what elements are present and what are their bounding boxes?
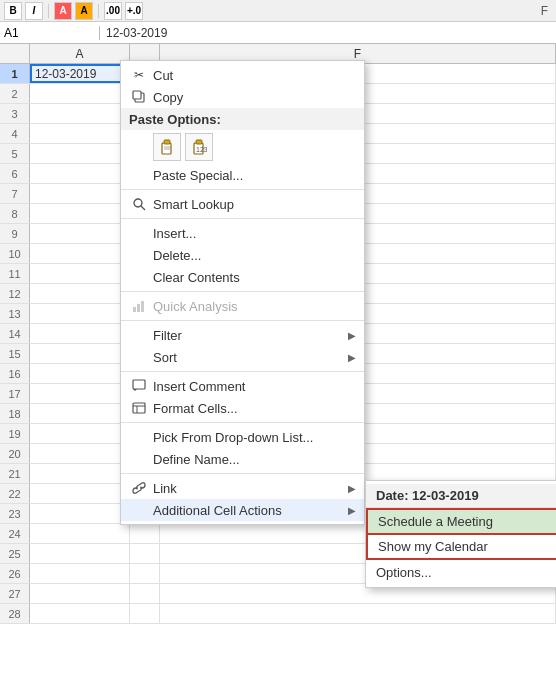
smart-lookup-label: Smart Lookup [153,197,356,212]
paste-icon-2[interactable]: 123 [185,133,213,161]
format-cells-icon [129,401,149,415]
submenu-item-options[interactable]: Options... [366,560,556,584]
svg-rect-11 [133,307,136,312]
menu-item-quick-analysis[interactable]: Quick Analysis [121,295,364,317]
cell-a20[interactable] [30,444,130,463]
cell-a1[interactable]: 12-03-2019 [30,64,130,83]
menu-item-insert[interactable]: Insert... [121,222,364,244]
font-color-button[interactable]: A [75,2,93,20]
cell-a7[interactable] [30,184,130,203]
row-num-17: 17 [0,384,30,403]
svg-rect-3 [164,140,170,144]
row-num-10: 10 [0,244,30,263]
menu-item-delete[interactable]: Delete... [121,244,364,266]
menu-item-pick-dropdown[interactable]: Pick From Drop-down List... [121,426,364,448]
separator-1 [121,189,364,190]
submenu-item-show-calendar[interactable]: Show my Calendar [366,533,556,560]
separator-5 [121,371,364,372]
cell-a23[interactable] [30,504,130,523]
paste-options-label: Paste Options: [129,112,221,127]
paste-icons: 123 [121,130,364,164]
cell-a19[interactable] [30,424,130,443]
define-name-label: Define Name... [153,452,356,467]
cell-a3[interactable] [30,104,130,123]
cell-b25[interactable] [130,544,160,563]
menu-item-link[interactable]: Link ▶ [121,477,364,499]
cell-a12[interactable] [30,284,130,303]
toolbar-separator-1 [48,4,49,18]
cell-b26[interactable] [130,564,160,583]
highlight-button[interactable]: A [54,2,72,20]
cell-a10[interactable] [30,244,130,263]
cell-a17[interactable] [30,384,130,403]
menu-item-format-cells[interactable]: Format Cells... [121,397,364,419]
insert-label: Insert... [153,226,356,241]
filter-arrow-icon: ▶ [348,330,356,341]
cell-a26[interactable] [30,564,130,583]
row-num-header [0,44,30,63]
row-num-28: 28 [0,604,30,623]
cell-a25[interactable] [30,544,130,563]
menu-item-insert-comment[interactable]: Insert Comment [121,375,364,397]
cell-a8[interactable] [30,204,130,223]
menu-item-copy[interactable]: Copy [121,86,364,108]
submenu-header: Date: 12-03-2019 [366,484,556,508]
cell-b27[interactable] [130,584,160,603]
menu-item-define-name[interactable]: Define Name... [121,448,364,470]
clear-contents-label: Clear Contents [153,270,356,285]
row-num-16: 16 [0,364,30,383]
decimal-right-button[interactable]: .00 [104,2,122,20]
toolbar: B I A A .00 +.0 F [0,0,556,22]
cell-a4[interactable] [30,124,130,143]
italic-button[interactable]: I [25,2,43,20]
menu-item-smart-lookup[interactable]: Smart Lookup [121,193,364,215]
formula-bar[interactable]: 12-03-2019 [100,26,556,40]
cell-a21[interactable] [30,464,130,483]
menu-item-paste-special[interactable]: Paste Special... [121,164,364,186]
cell-b24[interactable] [130,524,160,543]
svg-rect-13 [141,301,144,312]
bold-button[interactable]: B [4,2,22,20]
row-num-24: 24 [0,524,30,543]
cell-a24[interactable] [30,524,130,543]
submenu-item-schedule-meeting[interactable]: Schedule a Meeting [366,508,556,535]
toolbar-separator-2 [98,4,99,18]
paste-icon-1[interactable] [153,133,181,161]
row-num-25: 25 [0,544,30,563]
svg-rect-7 [196,140,202,144]
cell-a14[interactable] [30,324,130,343]
cut-label: Cut [153,68,356,83]
cell-a22[interactable] [30,484,130,503]
cell-a13[interactable] [30,304,130,323]
cell-b28[interactable] [130,604,160,623]
cell-a11[interactable] [30,264,130,283]
col-header-a[interactable]: A [30,44,130,63]
sort-arrow-icon: ▶ [348,352,356,363]
cell-a18[interactable] [30,404,130,423]
menu-item-cut[interactable]: ✂ Cut [121,64,364,86]
cell-a28[interactable] [30,604,130,623]
row-num-26: 26 [0,564,30,583]
delete-label: Delete... [153,248,356,263]
menu-item-filter[interactable]: Filter ▶ [121,324,364,346]
cell-a2[interactable] [30,84,130,103]
row-num-27: 27 [0,584,30,603]
svg-point-9 [134,199,142,207]
context-menu: ✂ Cut Copy Paste Options: 123 Paste Spec… [120,60,365,525]
menu-item-clear-contents[interactable]: Clear Contents [121,266,364,288]
cell-f28[interactable] [160,604,556,623]
cell-a27[interactable] [30,584,130,603]
decimal-left-button[interactable]: +.0 [125,2,143,20]
row-num-5: 5 [0,144,30,163]
cell-a6[interactable] [30,164,130,183]
menu-item-sort[interactable]: Sort ▶ [121,346,364,368]
cell-a16[interactable] [30,364,130,383]
separator-3 [121,291,364,292]
cell-a9[interactable] [30,224,130,243]
name-box[interactable]: A1 [0,26,100,40]
cell-a5[interactable] [30,144,130,163]
cell-a15[interactable] [30,344,130,363]
menu-item-additional-cell-actions[interactable]: Additional Cell Actions ▶ [121,499,364,521]
paste-options-header: Paste Options: [121,108,364,130]
row-num-20: 20 [0,444,30,463]
